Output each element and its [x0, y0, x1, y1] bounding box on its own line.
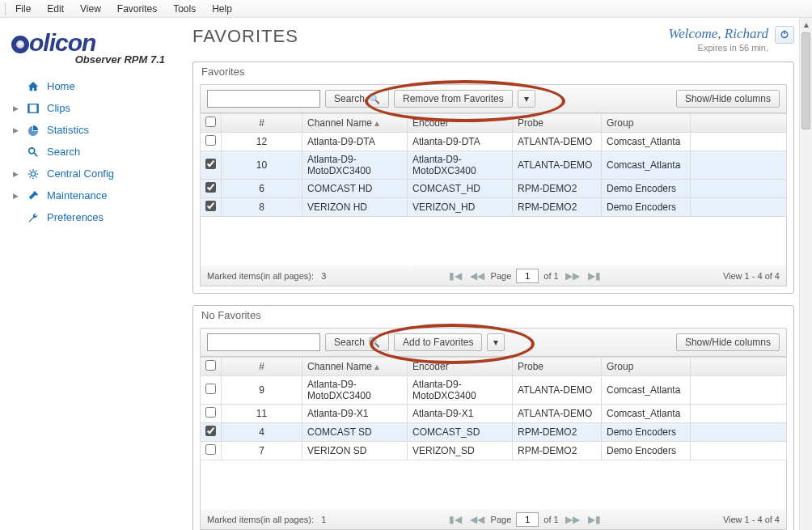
nofavorites-toolbar: Search 🔍 Add to Favorites ▾ Show/Hide co… [200, 328, 787, 357]
svg-point-5 [31, 172, 35, 176]
pager-next[interactable]: ▶▶ [564, 270, 582, 282]
row-checkbox[interactable] [205, 407, 216, 418]
favorites-select-all[interactable] [205, 117, 216, 127]
col-group[interactable]: Group [602, 358, 691, 376]
cell-channel: Atlanta-D9-X1 [302, 405, 408, 423]
pager-page-input[interactable] [516, 512, 539, 527]
cell-encoder: Atlanta-D9-X1 [408, 405, 513, 423]
table-row[interactable]: 11Atlanta-D9-X1Atlanta-D9-X1ATLANTA-DEMO… [201, 405, 787, 423]
cell-extra [691, 180, 787, 198]
col-probe[interactable]: Probe [513, 358, 602, 376]
cell-probe: ATLANTA-DEMO [513, 405, 602, 423]
svg-point-3 [29, 147, 35, 153]
col-num[interactable]: # [222, 358, 302, 376]
nofav-select-all[interactable] [205, 360, 216, 371]
pager-prev[interactable]: ◀◀ [468, 514, 486, 525]
col-group[interactable]: Group [602, 114, 691, 133]
favorites-panel-title: Favorites [200, 66, 787, 78]
nav-preferences[interactable]: Preferences [11, 208, 184, 227]
cell-encoder: COMCAST_SD [408, 423, 513, 442]
menu-file[interactable]: File [7, 2, 39, 16]
nav-home[interactable]: Home [11, 77, 184, 95]
nav-search[interactable]: Search [11, 142, 184, 161]
remove-favorites-dropdown[interactable]: ▾ [518, 90, 535, 108]
pager-page-input[interactable] [516, 269, 539, 283]
table-row[interactable]: 8VERIZON HDVERIZON_HDRPM-DEMO2Demo Encod… [201, 198, 787, 217]
row-checkbox[interactable] [205, 201, 216, 211]
table-row[interactable]: 6COMCAST HDCOMCAST_HDRPM-DEMO2Demo Encod… [201, 180, 787, 198]
nofavorites-pager: Marked items(in all pages): 1 ▮◀ ◀◀ Page… [200, 509, 787, 530]
cell-probe: RPM-DEMO2 [513, 180, 602, 198]
row-checkbox[interactable] [205, 182, 216, 193]
menu-view[interactable]: View [72, 2, 109, 16]
favorites-showhide-button[interactable]: Show/Hide columns [676, 90, 780, 108]
add-favorites-dropdown[interactable]: ▾ [487, 333, 505, 351]
power-button[interactable] [775, 26, 794, 44]
pager-first[interactable]: ▮◀ [447, 514, 463, 525]
pager-view: View 1 - 4 of 4 [723, 271, 780, 281]
row-checkbox[interactable] [205, 426, 216, 436]
nav-stats-label: Statistics [47, 124, 89, 136]
menu-favorites[interactable]: Favorites [109, 2, 165, 16]
favorites-search-input[interactable] [207, 90, 320, 108]
row-checkbox[interactable] [205, 384, 216, 394]
nofavorites-search-input[interactable] [207, 333, 320, 351]
table-row[interactable]: 4COMCAST SDCOMCAST_SDRPM-DEMO2Demo Encod… [201, 423, 787, 442]
pager-last[interactable]: ▶▮ [586, 270, 603, 282]
nofavorites-panel-title: No Favorites [200, 309, 787, 321]
favorites-panel: Favorites Search 🔍 Remove from Favorites… [192, 61, 794, 294]
cell-extra [691, 198, 787, 217]
cell-num: 10 [222, 151, 302, 180]
nofavorites-search-button[interactable]: Search 🔍 [325, 333, 389, 351]
search-icon: 🔍 [368, 337, 380, 348]
menu-tools[interactable]: Tools [165, 2, 204, 16]
cell-channel: VERIZON HD [302, 198, 408, 217]
col-probe[interactable]: Probe [513, 114, 602, 133]
expand-icon[interactable]: ▶ [13, 192, 19, 200]
cell-channel: Atlanta-D9-DTA [302, 133, 408, 151]
row-checkbox[interactable] [205, 135, 216, 146]
nav-statistics[interactable]: ▶ Statistics [11, 121, 184, 139]
pager-prev[interactable]: ◀◀ [468, 270, 486, 282]
table-row[interactable]: 12Atlanta-D9-DTAAtlanta-D9-DTAATLANTA-DE… [201, 133, 787, 151]
table-row[interactable]: 9Atlanta-D9-MotoDXC3400Atlanta-D9-MotoDX… [201, 376, 787, 405]
cell-encoder: VERIZON_HD [408, 198, 513, 217]
pager-first[interactable]: ▮◀ [447, 270, 463, 282]
expand-icon[interactable]: ▶ [13, 104, 19, 112]
marked-label: Marked items(in all pages): [207, 515, 314, 524]
nav-central-config[interactable]: ▶ Central Config [11, 164, 184, 183]
col-channel[interactable]: Channel Name ▴ [302, 114, 408, 133]
table-row[interactable]: 10Atlanta-D9-MotoDXC3400Atlanta-D9-MotoD… [201, 151, 787, 180]
scroll-up-icon[interactable]: ▲ [800, 18, 812, 31]
row-checkbox[interactable] [205, 159, 216, 169]
nav-maintenance[interactable]: ▶ Maintenance [11, 186, 184, 205]
menu-edit[interactable]: Edit [39, 2, 72, 16]
remove-favorites-button[interactable]: Remove from Favorites [394, 90, 513, 108]
expand-icon[interactable]: ▶ [13, 170, 19, 178]
scroll-thumb[interactable] [801, 32, 810, 129]
add-favorites-button[interactable]: Add to Favorites [394, 333, 482, 351]
table-row[interactable]: 7VERIZON SDVERIZON_SDRPM-DEMO2Demo Encod… [201, 442, 787, 460]
svg-rect-0 [28, 104, 38, 112]
col-channel[interactable]: Channel Name ▴ [302, 358, 408, 376]
stats-icon [26, 125, 40, 136]
favorites-search-button[interactable]: Search 🔍 [325, 90, 389, 108]
clips-icon [26, 103, 40, 114]
scrollbar[interactable]: ▲ ▼ [799, 18, 812, 530]
menu-help[interactable]: Help [204, 2, 240, 16]
menu-divider [5, 2, 6, 15]
expand-icon[interactable]: ▶ [13, 126, 19, 134]
col-num[interactable]: # [222, 114, 302, 133]
col-extra [691, 358, 787, 376]
cell-num: 9 [222, 376, 302, 405]
pager-next[interactable]: ▶▶ [564, 514, 582, 525]
svg-rect-1 [28, 104, 30, 112]
nofavorites-showhide-button[interactable]: Show/Hide columns [676, 333, 780, 351]
pager-last[interactable]: ▶▮ [586, 514, 603, 525]
nav-clips[interactable]: ▶ Clips [11, 99, 184, 117]
col-encoder[interactable]: Encoder [408, 358, 513, 376]
row-checkbox[interactable] [205, 444, 216, 455]
col-encoder[interactable]: Encoder [408, 114, 513, 133]
cell-encoder: VERIZON_SD [408, 442, 513, 460]
svg-rect-2 [36, 104, 38, 112]
